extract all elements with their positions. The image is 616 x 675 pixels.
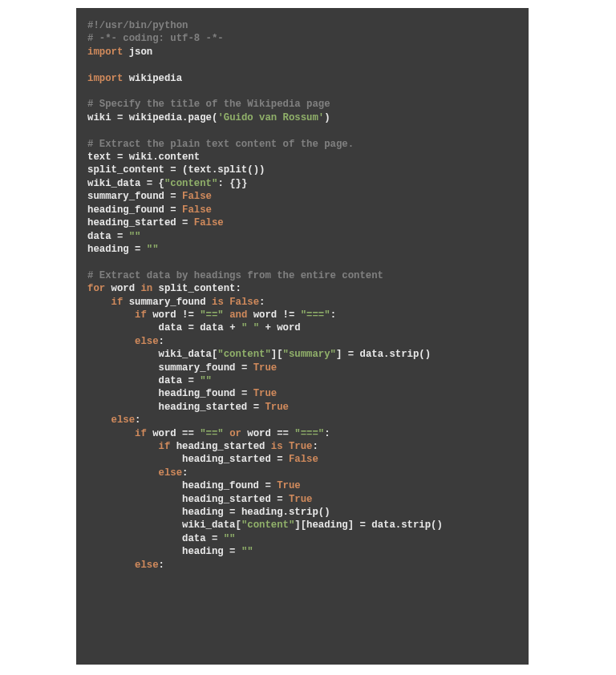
code-token: " " [241,322,259,333]
code-token: ) [324,112,330,123]
code-token: if [111,297,124,308]
code-token [87,560,135,571]
code-token: = [229,507,241,518]
code-token: (text.split()) [182,164,265,176]
code-token [87,441,159,452]
code-token: heading [87,507,229,518]
code-token: data.strip() [371,519,443,531]
code-token: True [289,494,313,505]
code-token: word [147,428,182,439]
code-token: if [135,309,147,321]
code-token: word [277,322,301,333]
code-token: summary_found [87,362,241,374]
code-token: and [229,309,247,321]
code-token: data [87,322,188,333]
code-token [87,336,135,347]
code-token: heading_started [170,441,270,452]
code-token: heading_started [87,402,253,413]
code-token: != [182,309,200,321]
code-token: True [277,480,301,491]
code-token: heading [87,244,135,255]
code-token: : [159,560,164,571]
code-token: # -*- coding: utf-8 -*- [87,33,224,44]
code-token: wiki_data [87,178,147,189]
code-token: else [159,467,183,479]
code-token: = [348,349,360,360]
code-token: else [135,336,159,347]
code-token: "content" [241,519,294,531]
code-token: "" [241,546,253,557]
code-token: = [359,519,371,531]
code-token: ] [336,349,348,360]
code-token: False [194,217,224,228]
code-token: = [253,402,265,413]
code-token: = [277,454,289,465]
code-token: True [265,402,289,413]
code-token: != [283,309,301,321]
code-token: : [312,441,318,452]
code-token: : [324,428,330,439]
code-token: = [277,494,289,505]
code-token: : [135,414,140,426]
code-token: split_content: [152,283,241,294]
code-token: False [182,191,212,202]
code-token: = [188,322,200,333]
code-token: False [289,454,318,465]
code-token: "===" [301,309,330,321]
code-token: "==" [200,309,224,321]
code-token: = [117,112,129,123]
code-token: text [87,152,117,163]
code-token: wiki [87,112,117,123]
code-token: is [271,441,283,452]
code-token: "" [147,244,159,255]
code-token: { [159,178,164,189]
code-token: False [182,204,212,216]
code-token [87,309,135,321]
code-token: "" [200,375,212,386]
code-token: = [182,217,194,228]
code-content: #!/usr/bin/python # -*- coding: utf-8 -*… [87,19,529,572]
code-token: or [229,428,241,439]
code-token: = [265,480,277,491]
code-token: = [147,178,159,189]
code-token: = [170,191,182,202]
code-token: : [259,297,265,308]
code-token: for [87,283,105,294]
code-token: = [241,388,253,399]
code-token: wiki.content [129,152,201,163]
code-token: import [87,73,123,84]
code-token: : {}} [217,178,247,189]
code-token: ][heading] [294,519,359,531]
code-token: heading_started [87,454,277,465]
code-token: = [229,546,241,557]
code-token: "content" [217,349,270,360]
code-token: else [135,560,159,571]
code-token [87,467,159,479]
code-token: "" [224,533,236,544]
code-token: word [105,283,140,294]
code-token: "" [129,231,141,242]
code-token: #!/usr/bin/python [87,20,188,31]
code-token: split_content [87,164,170,176]
code-token: = [170,164,182,176]
code-token: # Extract the plain text content of the … [87,139,354,150]
code-token: data [87,231,117,242]
code-token: "===" [294,428,324,439]
code-token [87,414,111,426]
code-token: in [140,283,152,294]
code-token: : [330,309,336,321]
code-token: # Specify the title of the Wikipedia pag… [87,99,330,110]
code-token: summary_found [123,297,212,308]
code-token: wikipedia [123,73,182,84]
code-token: json [123,46,152,58]
code-token: # Extract data by headings from the enti… [87,270,383,281]
code-token: summary_found [87,191,170,202]
code-token: == [277,428,294,439]
code-token [283,441,289,452]
code-token: == [182,428,200,439]
code-token: True [253,362,278,374]
code-token [87,297,111,308]
code-token: else [111,414,136,426]
code-token: if [159,441,171,452]
code-token: heading_found [87,480,265,491]
